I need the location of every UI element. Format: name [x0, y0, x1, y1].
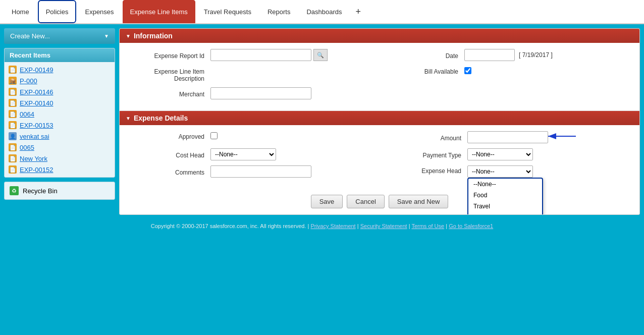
recent-items-list: 📄 EXP-00149 📦 P-000 📄 EXP-00146 📄 EXP-00… [5, 62, 115, 177]
list-item[interactable]: 📄 New York [5, 153, 115, 164]
top-navigation: Home Policies Expenses Expense Line Item… [0, 0, 644, 24]
footer-salesforce1-link[interactable]: Go to Salesforce1 [449, 223, 493, 229]
person-icon: 👤 [9, 132, 17, 140]
report-icon: 📄 [9, 143, 17, 151]
dropdown-option-entertainment[interactable]: Entertainment [468, 212, 542, 215]
footer-privacy-link[interactable]: Privacy Statement [310, 223, 355, 229]
list-item[interactable]: 📄 EXP-00153 [5, 120, 115, 131]
report-icon: 📄 [9, 121, 17, 129]
amount-label: Amount [385, 133, 465, 142]
expense-report-id-search-button[interactable]: 🔍 [313, 49, 328, 61]
nav-tab-dashboards[interactable]: Dashboards [299, 0, 349, 23]
date-display: [ 7/19/2017 ] [517, 49, 555, 61]
nav-tab-home[interactable]: Home [4, 0, 37, 23]
create-new-arrow-icon: ▼ [104, 33, 109, 39]
save-button[interactable]: Save [311, 195, 343, 208]
list-item[interactable]: 👤 venkat sai [5, 131, 115, 142]
report-icon: 📄 [9, 154, 17, 162]
dropdown-option-none[interactable]: --None-- [468, 179, 542, 190]
approved-amount-row: Approved Amount [128, 131, 631, 143]
bill-available-checkbox[interactable] [464, 67, 471, 74]
information-section-header: ▼ Information [120, 29, 639, 43]
nav-tab-travel-requests[interactable]: Travel Requests [196, 0, 259, 23]
merchant-row: Merchant [128, 87, 631, 99]
nav-tab-policies[interactable]: Policies [38, 0, 77, 23]
expense-details-form: Approved Amount [120, 125, 639, 189]
footer-copyright: Copyright © 2000-2017 salesforce.com, in… [151, 223, 309, 229]
expense-head-label: Expense Head [385, 165, 465, 175]
amount-arrow-annotation [546, 129, 581, 144]
expense-line-item-desc-row: Expense Line Item Description Bill Avail… [128, 66, 631, 82]
approved-label: Approved [128, 131, 208, 140]
cancel-button[interactable]: Cancel [347, 195, 384, 208]
list-item[interactable]: 📄 EXP-00149 [5, 64, 115, 75]
expense-line-item-desc-label: Expense Line Item Description [128, 66, 208, 82]
list-item[interactable]: 📄 EXP-00146 [5, 86, 115, 97]
comments-expense-head-row: Comments Expense Head --None-- --None-- … [128, 165, 631, 178]
date-input[interactable] [464, 49, 515, 61]
list-item[interactable]: 📄 0064 [5, 108, 115, 120]
dropdown-option-travel[interactable]: Travel [468, 201, 542, 212]
expense-report-id-input[interactable] [210, 49, 311, 61]
form-buttons-row: Save Cancel Save and New [120, 189, 639, 214]
sidebar: Create New... ▼ Recent Items 📄 EXP-00149… [4, 28, 115, 215]
list-item[interactable]: 📄 EXP-00152 [5, 164, 115, 175]
recycle-bin-icon: ♻ [10, 186, 19, 195]
approved-checkbox[interactable] [210, 132, 218, 139]
merchant-input[interactable] [210, 87, 311, 99]
nav-tab-expense-line-items[interactable]: Expense Line Items [123, 0, 195, 23]
recent-items-header: Recent Items [5, 48, 115, 62]
bill-available-label: Bill Available [382, 66, 462, 75]
cost-head-label: Cost Head [128, 150, 208, 159]
expense-report-id-label: Expense Report Id [128, 50, 208, 60]
information-form: Expense Report Id 🔍 Date [ 7/19/2017 ] E… [120, 43, 639, 110]
expense-head-dropdown-container: --None-- --None-- Food Travel Entertainm… [467, 165, 533, 178]
report-icon: 📄 [9, 66, 17, 74]
expense-details-collapse-icon[interactable]: ▼ [126, 116, 131, 121]
amount-input-wrapper [467, 131, 548, 143]
main-content: ▼ Information Expense Report Id 🔍 Date [… [119, 28, 640, 215]
list-item[interactable]: 📄 0065 [5, 142, 115, 153]
main-layout: Create New... ▼ Recent Items 📄 EXP-00149… [0, 24, 644, 219]
report-icon: 📄 [9, 88, 17, 96]
section-collapse-icon[interactable]: ▼ [126, 33, 131, 39]
information-title: Information [134, 32, 173, 40]
expense-head-select[interactable]: --None-- [467, 165, 533, 178]
recycle-bin-box[interactable]: ♻ Recycle Bin [4, 182, 115, 200]
footer-security-link[interactable]: Security Statement [360, 223, 407, 229]
payment-type-label: Payment Type [385, 150, 465, 159]
footer-terms-link[interactable]: Terms of Use [411, 223, 444, 229]
expense-head-dropdown-menu: --None-- Food Travel Entertainment Lodgi… [467, 178, 543, 215]
merchant-label: Merchant [128, 89, 208, 98]
list-item[interactable]: 📦 P-000 [5, 75, 115, 86]
cost-head-payment-type-row: Cost Head --None-- Payment Type --None-- [128, 148, 631, 160]
date-label: Date [382, 50, 462, 60]
report-icon: 📄 [9, 99, 17, 107]
expense-details-title: Expense Details [134, 114, 188, 122]
cost-head-select[interactable]: --None-- [210, 148, 276, 160]
footer: Copyright © 2000-2017 salesforce.com, in… [0, 219, 644, 233]
nav-tab-reports[interactable]: Reports [260, 0, 298, 23]
dropdown-option-food[interactable]: Food [468, 190, 542, 201]
expense-details-section-header: ▼ Expense Details [120, 111, 639, 125]
create-new-label: Create New... [10, 32, 50, 40]
expense-report-id-row: Expense Report Id 🔍 Date [ 7/19/2017 ] [128, 49, 631, 61]
payment-type-select[interactable]: --None-- [467, 148, 533, 160]
save-and-new-button[interactable]: Save and New [389, 195, 449, 208]
comments-label: Comments [128, 167, 208, 176]
list-item[interactable]: 📄 EXP-00140 [5, 97, 115, 108]
nav-tab-expenses[interactable]: Expenses [77, 0, 121, 23]
report-icon: 📄 [9, 165, 17, 174]
report-icon: 📄 [9, 110, 17, 118]
comments-input[interactable] [210, 165, 311, 178]
product-icon: 📦 [9, 77, 17, 85]
create-new-button[interactable]: Create New... ▼ [4, 28, 115, 44]
amount-input[interactable] [467, 131, 548, 143]
recycle-bin-label: Recycle Bin [23, 187, 58, 195]
nav-tab-plus[interactable]: + [351, 4, 366, 20]
recent-items-box: Recent Items 📄 EXP-00149 📦 P-000 📄 EXP-0… [4, 48, 115, 178]
